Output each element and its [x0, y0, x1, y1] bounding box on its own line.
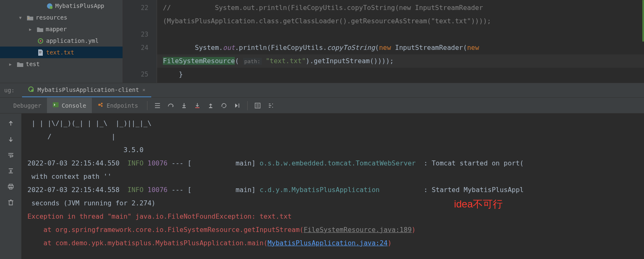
tree-item-test[interactable]: ▶ test: [0, 58, 123, 70]
java-class-icon: [46, 3, 53, 9]
code-content[interactable]: // System.out.println(FileCopyUtils.copy…: [157, 0, 644, 83]
scroll-to-end-icon[interactable]: [5, 165, 17, 177]
tree-item-texttxt[interactable]: text.txt: [0, 47, 123, 58]
force-step-into-icon[interactable]: [191, 99, 204, 112]
svg-point-1: [49, 6, 52, 9]
ascii-art: / |: [27, 130, 638, 143]
project-tree: MybatisPlusApp ▼ resources ▶ mapper: [0, 0, 123, 83]
tree-item-mapper[interactable]: ▶ mapper: [0, 23, 123, 35]
evaluate-expression-icon[interactable]: [251, 99, 264, 112]
run-config-icon: [28, 86, 34, 94]
chevron-down-icon: ▼: [19, 15, 25, 20]
debug-tab-label: MybatisPlusApplication-client: [37, 86, 139, 93]
trace-icon[interactable]: [264, 99, 278, 112]
log-line: 2022-07-03 22:15:44.550 INFO 10076 --- […: [27, 157, 638, 170]
close-icon[interactable]: ✕: [143, 87, 145, 93]
console-sidebar: [0, 113, 22, 259]
tree-item-appyml[interactable]: application.yml: [0, 35, 123, 47]
svg-point-12: [98, 104, 101, 106]
tree-label: text.txt: [46, 49, 74, 56]
stack-trace-line: at org.springframework.core.io.FileSyste…: [27, 223, 638, 237]
tree-label: mapper: [46, 26, 67, 32]
svg-rect-7: [39, 52, 42, 52]
tree-label: resources: [36, 14, 67, 21]
ascii-art: | | |\/|_)(_| | |_\ |_)||_|_\: [27, 117, 638, 130]
tree-label: MybatisPlusApp: [55, 2, 104, 9]
code-comment: (MybatisPlusApplication.class.getClassLo…: [163, 17, 491, 25]
svg-rect-6: [39, 51, 42, 52]
svg-rect-11: [53, 102, 59, 107]
svg-rect-8: [39, 53, 41, 53]
stack-link[interactable]: MybatisPlusApplication.java:24: [268, 239, 388, 247]
svg-rect-15: [182, 107, 186, 108]
debug-label: ug:: [4, 87, 15, 94]
log-line: 2022-07-03 22:15:44.558 INFO 10076 --- […: [27, 183, 638, 197]
scroll-up-icon[interactable]: [5, 118, 17, 129]
step-out-icon[interactable]: [204, 99, 217, 112]
line-number: 23: [123, 28, 157, 41]
run-to-cursor-icon[interactable]: [231, 99, 244, 112]
editor-gutter: 22 23 24 25: [123, 0, 157, 83]
svg-point-10: [31, 89, 34, 92]
stack-trace-line: at com.demo.ypk.mybatisplus.MybatisPlusA…: [27, 237, 638, 250]
tab-debugger[interactable]: Debugger: [7, 98, 47, 113]
tab-label: Console: [61, 102, 86, 109]
separator: [147, 101, 147, 110]
tab-endpoints[interactable]: Endpoints: [92, 98, 144, 113]
svg-rect-3: [28, 18, 29, 19]
svg-rect-19: [8, 185, 13, 188]
step-over-icon[interactable]: [164, 99, 177, 112]
yml-icon: [37, 38, 44, 44]
tree-label: test: [26, 61, 40, 67]
ascii-version: 3.5.0: [27, 143, 638, 157]
svg-rect-2: [28, 17, 29, 18]
tab-console[interactable]: Console: [47, 98, 92, 113]
soft-wrap-icon[interactable]: [5, 149, 17, 161]
step-into-icon[interactable]: [177, 99, 191, 112]
line-number: 25: [123, 68, 157, 81]
exception-line: Exception in thread "main" java.io.FileN…: [27, 210, 638, 223]
annotation-overlay: idea不可行: [454, 197, 503, 211]
chevron-right-icon: ▶: [9, 62, 15, 67]
console-icon: [53, 102, 59, 109]
debug-tool-window-header: ug: MybatisPlusApplication-client ✕: [0, 83, 644, 98]
line-number: 22: [123, 1, 157, 15]
tab-label: Debugger: [13, 102, 41, 109]
threads-icon[interactable]: [151, 99, 164, 112]
svg-rect-16: [209, 107, 212, 108]
tab-label: Endpoints: [106, 102, 138, 109]
code-editor[interactable]: 22 23 24 25 // System.out.println(FileCo…: [123, 0, 644, 83]
folder-icon: [16, 62, 24, 67]
print-icon[interactable]: [5, 181, 17, 192]
clear-icon[interactable]: [5, 197, 17, 208]
resources-folder-icon: [26, 15, 34, 20]
text-file-icon: [37, 49, 44, 56]
tree-item-resources[interactable]: ▼ resources: [0, 12, 123, 23]
param-hint: path:: [243, 58, 262, 65]
endpoints-icon: [98, 102, 103, 109]
line-number: [123, 54, 157, 68]
chevron-right-icon: ▶: [29, 27, 35, 32]
line-number: 24: [123, 41, 157, 54]
debug-session-tab[interactable]: MybatisPlusApplication-client ✕: [22, 83, 151, 97]
folder-icon: [36, 27, 44, 32]
svg-point-5: [39, 40, 41, 42]
debug-tabs-row: Debugger Console Endpoints: [0, 98, 644, 113]
code-comment: // System.out.println(FileCopyUtils.copy…: [163, 4, 483, 12]
log-line: with context path '': [27, 170, 638, 183]
stack-link[interactable]: FileSystemResource.java:189: [304, 226, 412, 234]
log-line: seconds (JVM running for 2.274): [27, 197, 638, 210]
scroll-down-icon[interactable]: [5, 133, 17, 145]
tree-item-app[interactable]: MybatisPlusApp: [0, 0, 123, 12]
separator: [247, 101, 248, 110]
tree-label: application.yml: [46, 37, 98, 44]
change-marker: [642, 0, 644, 42]
console-output[interactable]: | | |\/|_)(_| | |_\ |_)||_|_\ / | 3.5.0 …: [22, 113, 644, 259]
drop-frame-icon[interactable]: [217, 99, 231, 112]
